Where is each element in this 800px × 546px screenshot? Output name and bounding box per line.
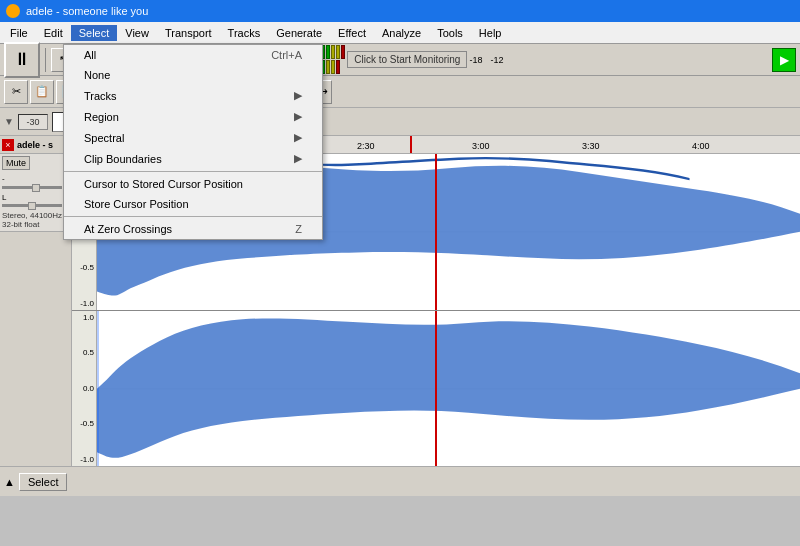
menu-tools[interactable]: Tools: [429, 25, 471, 41]
menu-analyze[interactable]: Analyze: [374, 25, 429, 41]
pause-button[interactable]: ⏸: [4, 42, 40, 78]
volume-slider-area: - L: [2, 174, 69, 207]
track-info-text: Stereo, 44100Hz32-bit float: [2, 211, 69, 229]
playhead-cursor: [410, 136, 412, 153]
menu-select-store-cursor[interactable]: Store Cursor Position: [64, 194, 322, 214]
separator: [45, 48, 46, 72]
menu-select-all[interactable]: All Ctrl+A: [64, 45, 322, 65]
select-dropdown-menu: All Ctrl+A None Tracks ▶ Region ▶ Spectr…: [63, 44, 323, 240]
separator-1: [64, 171, 322, 172]
menu-select-none[interactable]: None: [64, 65, 322, 85]
track-name-label: adele - s: [17, 140, 67, 150]
tick-300: 3:00: [472, 141, 490, 151]
menu-select-tracks[interactable]: Tracks ▶: [64, 85, 322, 106]
volume-handle[interactable]: [32, 184, 40, 192]
bottom-bar: ▲ Select: [0, 466, 800, 496]
cursor-top: [435, 154, 437, 310]
pan-label: L: [2, 193, 69, 202]
mute-solo-row: Mute: [2, 156, 69, 170]
tool-cut[interactable]: ✂: [4, 80, 28, 104]
waveform-svg-bottom: [97, 311, 800, 467]
selection-overlay: [97, 311, 99, 467]
monitor-button[interactable]: Click to Start Monitoring: [347, 51, 467, 68]
track-header-close: × adele - s: [0, 136, 71, 154]
play-button[interactable]: ▶: [772, 48, 796, 72]
menu-select-region[interactable]: Region ▶: [64, 106, 322, 127]
menu-select-spectral[interactable]: Spectral ▶: [64, 127, 322, 148]
menu-view[interactable]: View: [117, 25, 157, 41]
menu-transport[interactable]: Transport: [157, 25, 220, 41]
volume-slider[interactable]: [2, 186, 62, 189]
menu-help[interactable]: Help: [471, 25, 510, 41]
separator-2: [64, 216, 322, 217]
cursor-bottom: [435, 311, 437, 467]
vu-labels-right: -18 -12: [469, 55, 503, 65]
waveform-bottom[interactable]: 1.0 0.5 0.0 -0.5 -1.0: [72, 311, 800, 467]
menu-file[interactable]: File: [2, 25, 36, 41]
menu-effect[interactable]: Effect: [330, 25, 374, 41]
select-bar-button[interactable]: Select: [19, 473, 68, 491]
track-close-button[interactable]: ×: [2, 139, 14, 151]
track-panel: × adele - s Mute - L Stereo, 44100Hz32-b…: [0, 136, 72, 466]
tick-330: 3:30: [582, 141, 600, 151]
collapse-icon[interactable]: ▲: [4, 476, 15, 488]
mute-button[interactable]: Mute: [2, 156, 30, 170]
toolbar-right: ▶: [772, 48, 796, 72]
pan-slider[interactable]: [2, 204, 62, 207]
time-display: -30: [18, 114, 48, 130]
pan-handle[interactable]: [28, 202, 36, 210]
menu-tracks[interactable]: Tracks: [220, 25, 269, 41]
menu-select-cursor-to-stored[interactable]: Cursor to Stored Cursor Position: [64, 174, 322, 194]
track-controls-area: Mute - L Stereo, 44100Hz32-bit float: [0, 154, 71, 232]
app-icon: [6, 4, 20, 18]
y-axis-bottom: 1.0 0.5 0.0 -0.5 -1.0: [72, 311, 97, 467]
tick-400: 4:00: [692, 141, 710, 151]
menu-select[interactable]: Select: [71, 25, 118, 41]
tool-copy[interactable]: 📋: [30, 80, 54, 104]
snap-label: ▼: [4, 116, 14, 127]
title-bar: adele - someone like you: [0, 0, 800, 22]
menu-select-clip-boundaries[interactable]: Clip Boundaries ▶: [64, 148, 322, 169]
menu-select-zero-crossings[interactable]: At Zero Crossings Z: [64, 219, 322, 239]
gain-label: -: [2, 174, 69, 183]
window-title: adele - someone like you: [26, 5, 148, 17]
menu-edit[interactable]: Edit: [36, 25, 71, 41]
tick-230: 2:30: [357, 141, 375, 151]
menu-generate[interactable]: Generate: [268, 25, 330, 41]
